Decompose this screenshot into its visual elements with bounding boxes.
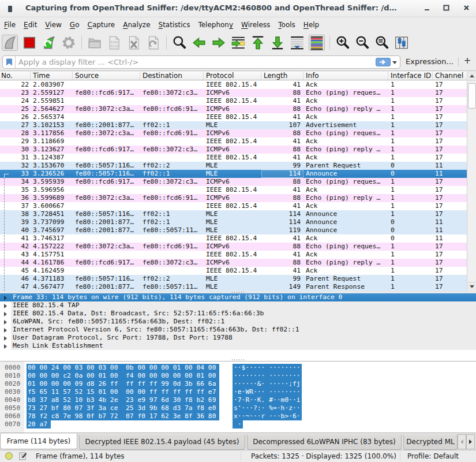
cell-protocol[interactable]: ICMPv6	[204, 243, 261, 251]
detail-text[interactable]: IEEE 802.15.4 Data, Dst: Broadcast, Src:…	[13, 310, 264, 318]
cell-channel[interactable]: 17	[433, 202, 467, 210]
cell-length[interactable]: 99	[261, 162, 303, 170]
cell-destination[interactable]	[140, 81, 204, 89]
menu-go[interactable]: Go	[66, 18, 84, 32]
menu-edit[interactable]: Edit	[20, 18, 41, 32]
tabs-scroll-right-button[interactable]	[466, 434, 475, 449]
cell-source[interactable]: fe80::5057:116…	[73, 170, 140, 178]
cell-length[interactable]: 99	[261, 275, 303, 283]
capture-options-button[interactable]	[61, 35, 77, 51]
cell-info[interactable]: Announce	[303, 218, 388, 226]
hex-bytes[interactable]: 78 f2 c8 7e 98 0f b7 72 07 f0 17 62 3e 8…	[27, 412, 219, 420]
cell-channel[interactable]: 17	[433, 121, 467, 129]
cell-info[interactable]: Ack	[303, 154, 388, 162]
cell-protocol[interactable]: IEEE 802.15.4	[204, 267, 261, 275]
cell-interface-id[interactable]: 1	[388, 194, 433, 202]
cell-time[interactable]: 3.123627	[31, 146, 73, 154]
column-header-interface-id[interactable]: Interface ID	[388, 72, 433, 80]
cell-interface-id[interactable]: 0	[388, 226, 433, 234]
cell-channel[interactable]: 17	[433, 259, 467, 267]
cell-info[interactable]: Echo (ping) reques…	[303, 129, 388, 137]
cell-info[interactable]: Ack	[303, 97, 388, 105]
stop-capture-button[interactable]	[21, 35, 38, 51]
cell-protocol[interactable]: ICMPv6	[204, 194, 261, 202]
packet-row[interactable]: 262.565374IEEE 802.15.441Ack117	[0, 113, 467, 121]
cell-interface-id[interactable]: 1	[388, 105, 433, 113]
cell-destination[interactable]: fe80::fcd6:91…	[140, 194, 204, 202]
packet-row[interactable]: 283.117856fe80::3072:c3a…fe80::fcd6:91…I…	[0, 129, 467, 137]
scrollbar-thumb[interactable]	[468, 83, 476, 109]
apply-filter-button[interactable]	[376, 58, 391, 66]
column-header-protocol[interactable]: Protocol	[204, 72, 261, 80]
cell-protocol[interactable]: MLE	[204, 218, 261, 226]
cell-destination[interactable]	[140, 186, 204, 194]
filter-bookmark-button[interactable]	[3, 56, 16, 68]
packet-row[interactable]: 232.559127fe80::fcd6:917…fe80::3072:c3…I…	[0, 89, 467, 97]
cell-channel[interactable]: 11	[433, 234, 467, 243]
hex-ascii[interactable]: ··$····· ········	[233, 364, 302, 372]
menu-wireless[interactable]: Wireless	[237, 18, 274, 32]
cell-length[interactable]: 114	[261, 218, 303, 226]
cell-no[interactable]: 26	[0, 113, 31, 121]
cell-info[interactable]: Parent Request	[303, 275, 388, 283]
cell-channel[interactable]: 17	[433, 178, 467, 186]
detail-row[interactable]: User Datagram Protocol, Src Port: 19788,…	[0, 334, 476, 342]
cell-source[interactable]: fe80::3072:c3a…	[73, 105, 140, 113]
cell-interface-id[interactable]: 0	[388, 234, 433, 243]
detail-text[interactable]: User Datagram Protocol, Src Port: 19788,…	[13, 334, 233, 342]
cell-protocol[interactable]: IEEE 802.15.4	[204, 202, 261, 210]
cell-length[interactable]: 41	[261, 234, 303, 243]
hex-bytes[interactable]: b8 37 a8 52 10 b3 4b 2e 23 e9 97 6d 30 f…	[27, 396, 219, 404]
cell-time[interactable]: 4.371183	[31, 275, 73, 283]
cell-protocol[interactable]: ICMPv6	[204, 146, 261, 154]
cell-time[interactable]: 4.157222	[31, 243, 73, 251]
cell-time[interactable]: 4.567477	[31, 283, 73, 291]
cell-protocol[interactable]: MLE	[204, 226, 261, 234]
cell-info[interactable]: Echo (ping) reply …	[303, 194, 388, 202]
hex-bytes[interactable]: 20 a7	[27, 420, 51, 429]
cell-source[interactable]: fe80::2001:877…	[73, 226, 140, 234]
cell-channel[interactable]: 17	[433, 129, 467, 137]
cell-channel[interactable]: 17	[433, 267, 467, 275]
cell-length[interactable]: 41	[261, 137, 303, 146]
hex-row[interactable]: 006078 f2 c8 7e 98 0f b7 72 07 f0 17 62 …	[0, 412, 476, 420]
cell-protocol[interactable]: IEEE 802.15.4	[204, 113, 261, 121]
cell-source[interactable]: fe80::fcd6:917…	[73, 178, 140, 186]
column-header-source[interactable]: Source	[73, 72, 140, 80]
cell-channel[interactable]: 11	[433, 162, 467, 170]
save-file-button[interactable]: 01010110	[106, 35, 122, 51]
cell-time[interactable]: 2.559851	[31, 97, 73, 105]
cell-length[interactable]: 88	[261, 89, 303, 97]
hex-ascii[interactable]: ·	[233, 420, 243, 429]
packet-row[interactable]: 363.599689fe80::3072:c3a…fe80::fcd6:91…I…	[0, 194, 467, 202]
cell-time[interactable]: 4.157751	[31, 251, 73, 259]
hex-row[interactable]: 0040b8 37 a8 52 10 b3 4b 2e 23 e9 97 6d …	[0, 396, 476, 404]
cell-time[interactable]: 3.124387	[31, 154, 73, 162]
cell-time[interactable]: 3.153670	[31, 162, 73, 170]
hex-row[interactable]: 0030f5 65 11 57 52 15 01 00 00 00 ff ff …	[0, 388, 476, 396]
cell-destination[interactable]: ff02::1	[140, 121, 204, 129]
cell-channel[interactable]: 17	[433, 137, 467, 146]
cell-length[interactable]: 41	[261, 267, 303, 275]
cell-interface-id[interactable]: 1	[388, 154, 433, 162]
cell-protocol[interactable]: IEEE 802.15.4	[204, 81, 261, 89]
cell-source[interactable]: fe80::2001:877…	[73, 218, 140, 226]
cell-info[interactable]: Echo (ping) reply …	[303, 259, 388, 267]
cell-source[interactable]	[73, 154, 140, 162]
packet-row[interactable]: 333.236526fe80::5057:116…ff02::1MLE114An…	[0, 170, 467, 178]
detail-row[interactable]: IEEE 802.15.4 TAP	[0, 301, 476, 310]
cell-no[interactable]: 29	[0, 137, 31, 146]
cell-destination[interactable]: fe80::3072:c3…	[140, 178, 204, 186]
detail-row[interactable]: Internet Protocol Version 6, Src: fe80::…	[0, 326, 476, 334]
packet-row[interactable]: 474.567477fe80::2001:877…fe80::5057:11…M…	[0, 283, 467, 291]
cell-source[interactable]	[73, 81, 140, 89]
maximize-button[interactable]	[440, 2, 452, 15]
cell-source[interactable]: fe80::3072:c3a…	[73, 243, 140, 251]
hex-ascii[interactable]: x··~···r ···b>·6·	[233, 412, 302, 420]
scroll-down-button[interactable]	[468, 282, 476, 291]
cell-no[interactable]: 31	[0, 154, 31, 162]
cell-time[interactable]: 3.599689	[31, 194, 73, 202]
hex-ascii[interactable]: ······&· ·····;fj	[233, 380, 302, 388]
cell-length[interactable]: 41	[261, 113, 303, 121]
cell-source[interactable]	[73, 97, 140, 105]
